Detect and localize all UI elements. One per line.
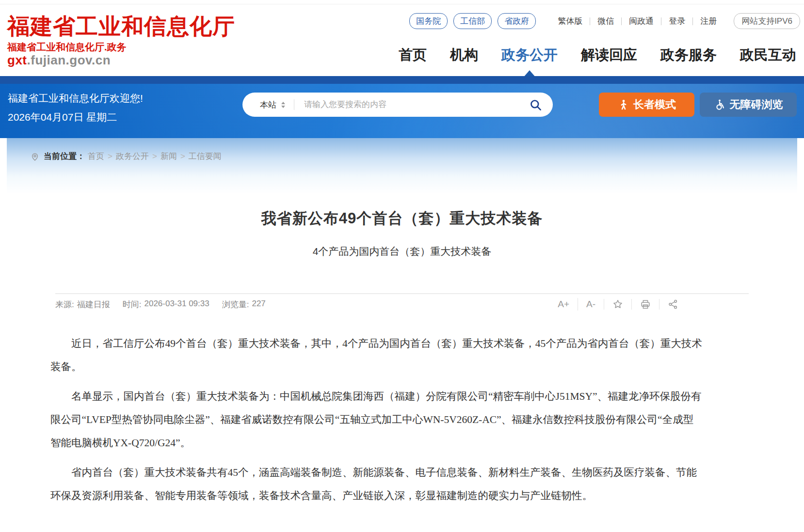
article-subtitle: 4个产品为国内首台（套）重大技术装备 — [7, 245, 797, 258]
top-divider — [0, 0, 804, 4]
print-button[interactable] — [631, 299, 659, 310]
utility-links: 繁体版 微信 闽政通 登录 注册 — [552, 16, 722, 27]
breadcrumb-label: 当前位置： — [44, 151, 85, 162]
nav-item-gov-services[interactable]: 政务服务 — [660, 46, 717, 65]
star-icon — [612, 299, 623, 310]
elder-mode-button[interactable]: 长者模式 — [599, 93, 694, 117]
meta-source-label: 来源: — [55, 299, 74, 310]
site-url-suffix: .fujian.gov.cn — [27, 53, 111, 67]
article-meta-bar: 来源: 福建日报 时间: 2026-03-31 09:33 浏览量: 227 A… — [55, 293, 749, 311]
article-title: 我省新公布49个首台（套）重大技术装备 — [7, 208, 797, 229]
meta-time-value: 2026-03-31 09:33 — [144, 299, 209, 310]
link-login[interactable]: 登录 — [663, 16, 691, 27]
site-logo: 福建省工业和信息化厅 福建省工业和信息化厅.政务 gxt.fujian.gov.… — [7, 16, 235, 66]
welcome-text: 福建省工业和信息化厅欢迎您! — [8, 92, 143, 105]
select-arrows-icon — [281, 102, 285, 108]
quick-link-provincial-gov[interactable]: 省政府 — [498, 13, 536, 29]
meta-time-label: 时间: — [123, 299, 142, 310]
welcome-block: 福建省工业和信息化厅欢迎您! 2026年04月07日 星期二 — [8, 92, 143, 124]
ipv6-badge: 网站支持IPV6 — [734, 13, 800, 29]
meta-views-label: 浏览量: — [222, 299, 249, 310]
article-tools: A+ A- — [549, 298, 687, 311]
paragraph: 近日，省工信厅公布49个首台（套）重大技术装备，其中，4个产品为国内首台（套）重… — [50, 332, 702, 378]
link-wechat[interactable]: 微信 — [592, 16, 619, 27]
nav-item-gov-affairs[interactable]: 政务公开 — [501, 46, 558, 65]
separator — [661, 17, 661, 25]
link-minzhengtong[interactable]: 闽政通 — [624, 16, 659, 27]
banner: 福建省工业和信息化厅欢迎您! 2026年04月07日 星期二 本站 长者模式 — [0, 76, 804, 138]
link-traditional-chinese[interactable]: 繁体版 — [552, 16, 588, 27]
breadcrumb-item-industry-news[interactable]: 工信要闻 — [189, 151, 222, 162]
breadcrumb-separator: > — [108, 152, 113, 161]
search-icon[interactable] — [529, 98, 542, 111]
meta-source-value: 福建日报 — [77, 299, 110, 310]
wheelchair-icon — [714, 99, 725, 110]
accessibility-button[interactable]: 无障碍浏览 — [700, 93, 797, 117]
top-utility-bar: 国务院 工信部 省政府 繁体版 微信 闽政通 登录 注册 网站支持IPV6 — [409, 13, 800, 29]
nav-item-label: 政务公开 — [501, 47, 558, 63]
breadcrumb: 当前位置： 首页 > 政务公开 > 新闻 > 工信要闻 — [7, 138, 797, 162]
current-date: 2026年04月07日 星期二 — [8, 110, 143, 124]
article-meta: 来源: 福建日报 时间: 2026-03-31 09:33 浏览量: 227 — [55, 299, 266, 310]
breadcrumb-item-gov-affairs[interactable]: 政务公开 — [116, 151, 149, 162]
nav-item-interpretation[interactable]: 解读回应 — [581, 46, 637, 65]
site-url-prefix: gxt — [7, 53, 27, 67]
nav-item-public-interaction[interactable]: 政民互动 — [740, 46, 796, 65]
site-header: 福建省工业和信息化厅 福建省工业和信息化厅.政务 gxt.fujian.gov.… — [0, 0, 804, 76]
breadcrumb-separator: > — [152, 152, 157, 161]
search-bar: 本站 — [242, 93, 553, 117]
search-input[interactable] — [303, 99, 529, 110]
font-increase-button[interactable]: A+ — [549, 298, 578, 311]
share-button[interactable] — [659, 299, 687, 310]
main-nav: 首页 机构 政务公开 解读回应 政务服务 政民互动 — [399, 46, 796, 65]
search-scope-label: 本站 — [260, 99, 276, 110]
location-pin-icon — [30, 152, 40, 161]
nav-item-organization[interactable]: 机构 — [450, 46, 478, 65]
breadcrumb-item-news[interactable]: 新闻 — [161, 151, 177, 162]
breadcrumb-separator: > — [180, 152, 185, 161]
meta-time: 时间: 2026-03-31 09:33 — [123, 299, 209, 310]
favorite-button[interactable] — [604, 299, 631, 310]
share-icon — [668, 299, 678, 310]
breadcrumb-item-home[interactable]: 首页 — [88, 151, 104, 162]
accessibility-label: 无障碍浏览 — [730, 97, 783, 112]
content-card: 当前位置： 首页 > 政务公开 > 新闻 > 工信要闻 我省新公布49个首台（套… — [7, 138, 797, 532]
paragraph: 名单显示，国内首台（套）重大技术装备为：中国机械总院集团海西（福建）分院有限公司… — [50, 385, 702, 454]
quick-link-miit[interactable]: 工信部 — [453, 13, 492, 29]
site-subtitle: 福建省工业和信息化厅.政务 — [7, 42, 235, 52]
quick-link-state-council[interactable]: 国务院 — [409, 13, 448, 29]
link-register[interactable]: 注册 — [695, 16, 722, 27]
elder-mode-label: 长者模式 — [633, 97, 676, 112]
nav-item-home[interactable]: 首页 — [399, 46, 427, 65]
meta-source: 来源: 福建日报 — [55, 299, 110, 310]
separator — [621, 17, 622, 25]
printer-icon — [640, 299, 651, 310]
meta-views: 浏览量: 227 — [222, 299, 266, 310]
separator — [590, 17, 590, 25]
separator — [294, 99, 294, 110]
article-body: 近日，省工信厅公布49个首台（套）重大技术装备，其中，4个产品为国内首台（套）重… — [7, 332, 797, 507]
font-decrease-button[interactable]: A- — [578, 298, 604, 311]
paragraph: 省内首台（套）重大技术装备共有45个，涵盖高端装备制造、新能源装备、电子信息装备… — [50, 461, 702, 507]
separator — [692, 17, 693, 25]
elder-person-icon — [617, 99, 629, 110]
site-url: gxt.fujian.gov.cn — [7, 54, 235, 66]
site-title: 福建省工业和信息化厅 — [7, 16, 235, 38]
meta-views-value: 227 — [252, 299, 265, 310]
search-scope-select[interactable]: 本站 — [260, 99, 285, 110]
